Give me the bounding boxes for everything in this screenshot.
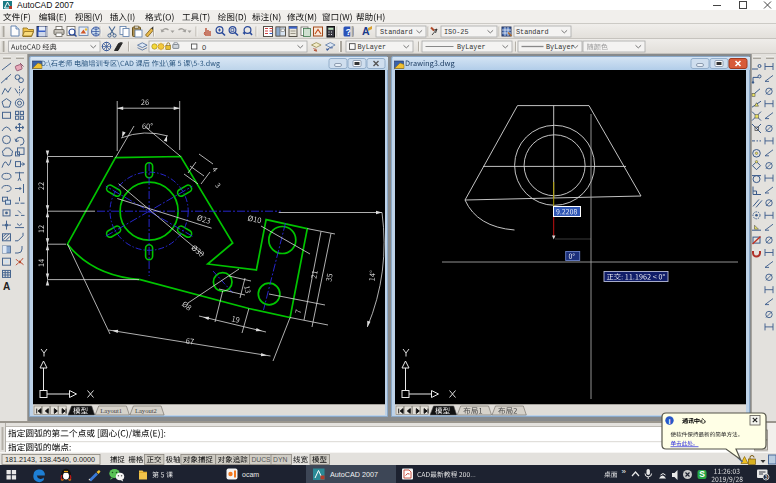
svg-text:3: 3 bbox=[764, 474, 767, 480]
svg-text:Layout1: Layout1 bbox=[100, 407, 122, 414]
svg-text:Standard: Standard bbox=[380, 28, 413, 36]
svg-text:i: i bbox=[668, 417, 670, 426]
svg-text:»: » bbox=[622, 467, 627, 476]
svg-text:DUCS: DUCS bbox=[251, 456, 271, 463]
svg-text:Layout2: Layout2 bbox=[134, 407, 156, 414]
svg-text:DYN: DYN bbox=[273, 456, 287, 463]
svg-text:A: A bbox=[3, 281, 10, 292]
svg-text:ByLayer: ByLayer bbox=[457, 43, 486, 51]
svg-text:Standard: Standard bbox=[516, 28, 549, 36]
svg-text:S: S bbox=[699, 469, 705, 479]
svg-text:ByLayer: ByLayer bbox=[358, 43, 387, 51]
svg-text:ByLayer: ByLayer bbox=[546, 43, 575, 51]
svg-text:ocam: ocam bbox=[242, 471, 259, 478]
svg-text:AutoCAD 2007: AutoCAD 2007 bbox=[17, 0, 74, 10]
svg-text:AutoCAD 2007: AutoCAD 2007 bbox=[330, 470, 378, 479]
svg-text:ISO-25: ISO-25 bbox=[444, 28, 468, 36]
svg-text:0: 0 bbox=[202, 43, 206, 52]
svg-text:181.2143, 138.4540, 0.0000: 181.2143, 138.4540, 0.0000 bbox=[5, 455, 95, 464]
svg-text:A: A bbox=[362, 25, 370, 37]
